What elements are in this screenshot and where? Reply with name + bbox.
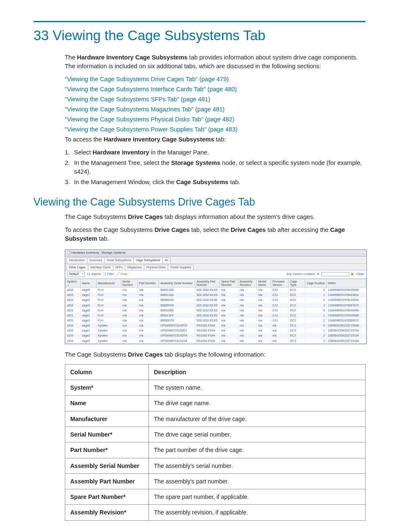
step-item: 2.In the Management Tree, select the Sto… xyxy=(65,159,366,176)
ss-col-header[interactable]: Serial Number xyxy=(121,279,138,287)
ss-filter-link[interactable]: 📑 Filter xyxy=(102,272,114,277)
ss-col-header[interactable]: System ▲ xyxy=(66,279,81,287)
ss-col-header[interactable]: Spare Part Number xyxy=(220,279,238,287)
ss-subtab-drive-cages[interactable]: Drive Cages xyxy=(66,265,88,270)
screenshot-panel: 📋 Hardware Inventory : Storage Systems I… xyxy=(65,249,367,344)
ss-tab-cage-subsystems[interactable]: Cage Subsystems xyxy=(133,257,163,263)
ss-object-count: 11 objects xyxy=(87,272,101,277)
ss-col-header[interactable]: Assembly Revision xyxy=(238,279,257,287)
ss-col-header[interactable]: WWN xyxy=(326,279,366,287)
section-title: Viewing the Cage Subsystems Drive Cages … xyxy=(33,194,366,209)
ss-tab-summary[interactable]: Summary xyxy=(87,257,105,263)
ss-col-header[interactable]: Assembly Part Number xyxy=(195,279,220,287)
info-row: Assembly Revision*The assembly revision,… xyxy=(65,505,366,520)
info-head-description: Description xyxy=(149,364,366,380)
ss-subtab-magazines[interactable]: Magazines xyxy=(125,265,144,270)
ss-tab-node-subsystems[interactable]: Node Subsystems xyxy=(104,257,133,263)
ss-subtab-physical-disks[interactable]: Physical Disks xyxy=(144,265,168,270)
info-row: Assembly Serial NumberThe assembly's ser… xyxy=(65,458,366,473)
info-head-column: Column xyxy=(65,364,149,380)
ss-col-header[interactable]: Cage Position xyxy=(305,279,327,287)
intro-paragraph: The Hardware Inventory Cage Subsystems t… xyxy=(65,53,366,71)
ss-filter-bar: Default 11 objects 📑 Filter 🧹 Clear Any … xyxy=(65,270,366,279)
ss-clear-button[interactable]: Clear xyxy=(356,272,365,277)
info-row: Assembly Part NumberThe assembly's part … xyxy=(65,473,366,489)
table-row[interactable]: s016cage1FLHn/an/a0000118A920-1032-03.E0… xyxy=(66,293,366,298)
section-p3: The Cage Subsystems Drive Cages tab disp… xyxy=(65,350,366,359)
ss-clear-small[interactable]: 🧹 Clear xyxy=(116,272,128,277)
step-item: 3.In the Management Window, click the Ca… xyxy=(65,178,366,187)
table-row[interactable]: s016cage0FLHn/an/a0000118D920-1032-03.E0… xyxy=(66,288,366,293)
toc-link[interactable]: "Viewing the Cage Subsystems Physical Di… xyxy=(65,115,366,124)
ss-col-header[interactable]: Name xyxy=(80,279,96,287)
access-line: To access the Hardware Inventory Cage Su… xyxy=(65,135,366,144)
toc-link[interactable]: "Viewing the Cage Subsystems SFPs Tab" (… xyxy=(65,95,366,104)
chapter-title: 33 Viewing the Cage Subsystems Tab xyxy=(33,26,366,46)
section-p2: To access the Cage Subsystems Drive Cage… xyxy=(65,226,366,243)
info-row: System*The system name. xyxy=(65,380,366,396)
ss-tab-all[interactable]: All xyxy=(162,257,171,263)
ss-subtab-power-supplies[interactable]: Power Supplies xyxy=(168,265,194,270)
ss-breadcrumb: 📋 Hardware Inventory : Storage Systems xyxy=(65,250,366,257)
table-row[interactable]: s324cage0Xyratexn/an/aOPS69907C014FD4RS1… xyxy=(66,323,366,328)
ss-col-header[interactable]: Part Number xyxy=(138,279,159,287)
info-row: ManufacturerThe manufacturer of the driv… xyxy=(65,411,366,427)
info-row: Spare Part Number*The spare part number,… xyxy=(65,489,366,505)
ss-anycol-label: Any column contains: ▼ xyxy=(286,272,320,277)
top-rule xyxy=(33,21,366,22)
ss-main-tabs: IntroductionSummaryNode SubsystemsCage S… xyxy=(65,257,366,263)
info-row: NameThe drive cage name. xyxy=(65,396,366,411)
table-row[interactable]: s021cage0FLHn/an/a00001088920-1032-03.E0… xyxy=(66,308,366,313)
ss-data-table: System ▲NameManufacturerSerial NumberPar… xyxy=(65,279,366,344)
table-row[interactable]: s021cage2FLHn/an/a00000FD5920-1032-03.E0… xyxy=(66,318,366,323)
ss-subtab-sfps[interactable]: SFPs xyxy=(113,265,125,270)
grid-icon[interactable]: ▦ xyxy=(351,272,354,277)
step-item: 1.Select Hardware Inventory in the Manag… xyxy=(65,148,366,157)
toc-link[interactable]: "Viewing the Cage Subsystems Interface C… xyxy=(65,85,366,94)
ss-subtab-interface-cards[interactable]: Interface Cards xyxy=(88,265,113,270)
toc-link[interactable]: "Viewing the Cage Subsystems Magazines T… xyxy=(65,105,366,114)
section-p1: The Cage Subsystems Drive Cages tab disp… xyxy=(65,213,366,221)
toc-link[interactable]: "Viewing the Cage Subsystems Drive Cages… xyxy=(65,75,366,84)
toc-link[interactable]: "Viewing the Cage Subsystems Power Suppl… xyxy=(65,125,366,134)
ss-col-header[interactable]: Assembly Serial Number xyxy=(159,279,195,287)
table-row[interactable]: s021cage1FLHn/an/a000011F4920-1032-03.E0… xyxy=(66,313,366,318)
ss-tab-introduction[interactable]: Introduction xyxy=(66,257,87,263)
ss-sub-tabs: Drive CagesInterface CardsSFPsMagazinesP… xyxy=(65,264,366,270)
table-row[interactable]: s324cage3Xyratexn/an/aOPS69907C0151D8RS1… xyxy=(66,339,366,344)
ss-search-input[interactable] xyxy=(321,272,349,276)
table-row[interactable]: s324cage1Xyratexn/an/aOPS69907C015052RS1… xyxy=(66,328,366,333)
ss-col-header[interactable]: Cage Type xyxy=(289,279,305,287)
ss-default-dropdown[interactable]: Default xyxy=(67,272,85,277)
table-row[interactable]: s016cage3FLHn/an/a00000FEE920-1032-03.E0… xyxy=(66,303,366,308)
ss-col-header[interactable]: Manufacturer xyxy=(96,279,121,287)
info-row: Serial Number*The drive cage serial numb… xyxy=(65,427,366,442)
table-row[interactable]: s016cage2FLHn/an/a00000D25920-1032-03.0E… xyxy=(66,298,366,303)
info-table: Column Description System*The system nam… xyxy=(65,364,366,521)
table-row[interactable]: s324cage2Xyratexn/an/aOPS69907C014DFARS1… xyxy=(66,333,366,338)
info-row: Part Number*The part number of the drive… xyxy=(65,442,366,458)
ss-col-header[interactable]: Firmware Version xyxy=(271,279,289,287)
ss-col-header[interactable]: Model Name xyxy=(257,279,271,287)
